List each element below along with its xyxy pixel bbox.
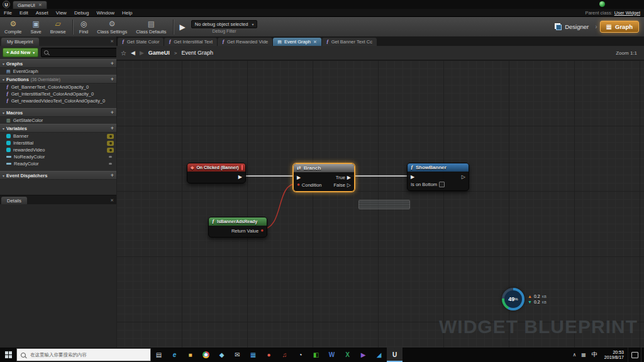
- node-header[interactable]: ◈ On Clicked (Banner): [187, 163, 245, 172]
- is-on-bottom-checkbox[interactable]: [439, 182, 445, 187]
- add-variable-icon[interactable]: +: [111, 125, 114, 131]
- favorite-star-icon[interactable]: ☆: [121, 50, 126, 57]
- section-graphs[interactable]: ▾ Graphs +: [0, 59, 116, 68]
- taskbar-app-chrome[interactable]: [198, 348, 214, 362]
- designer-mode-button[interactable]: Designer: [551, 21, 592, 32]
- visibility-eye-icon[interactable]: [107, 148, 114, 153]
- node-on-clicked-banner[interactable]: ◈ On Clicked (Banner) ▶: [187, 163, 246, 184]
- graph-mode-button[interactable]: ▦ Graph: [600, 21, 639, 33]
- action-center-button[interactable]: [628, 348, 641, 362]
- add-new-button[interactable]: + Add New ▾: [3, 48, 38, 57]
- menu-help[interactable]: Help: [118, 10, 136, 16]
- menu-edit[interactable]: Edit: [16, 10, 32, 16]
- play-button[interactable]: ▶: [175, 17, 190, 36]
- menu-window[interactable]: Window: [92, 10, 118, 16]
- section-event-dispatchers[interactable]: ▾ Event Dispatchers +: [0, 171, 116, 180]
- taskbar-app-vscode[interactable]: ◢: [371, 348, 387, 362]
- menu-file[interactable]: File: [0, 10, 16, 16]
- exec-in-pin[interactable]: ▶: [297, 175, 301, 180]
- event-graph-canvas[interactable]: WIDGET BLUEPRINT ◈ On Clicked (Banner) ▶: [116, 60, 644, 348]
- add-dispatcher-icon[interactable]: +: [111, 172, 114, 178]
- debug-object-dropdown[interactable]: No debug object selected ▾: [191, 20, 258, 28]
- tray-expand-chevron-icon[interactable]: ∧: [570, 352, 579, 358]
- node-branch[interactable]: ⇄ Branch ▶ True ▶: [293, 163, 355, 192]
- variable-item-banner[interactable]: Banner: [0, 133, 116, 140]
- taskbar-app-task-view[interactable]: ▤: [151, 348, 167, 362]
- menu-view[interactable]: View: [52, 10, 70, 16]
- add-macro-icon[interactable]: +: [111, 109, 114, 116]
- blueprint-search-box[interactable]: ◉▾: [41, 48, 118, 57]
- node-header[interactable]: ƒ ShowBanner: [408, 163, 469, 172]
- tab-get-interstitial-text[interactable]: ƒ Get Interstitial Text: [164, 38, 217, 46]
- class-defaults-button[interactable]: ▤ Class Defaults: [131, 17, 170, 36]
- exec-true-pin[interactable]: ▶: [347, 175, 351, 180]
- node-is-banner-ads-ready[interactable]: ƒ IsBannerAdsReady Return Value ●: [208, 217, 267, 238]
- taskbar-search-box[interactable]: [16, 348, 151, 361]
- node-header[interactable]: ⇄ Branch: [294, 164, 354, 172]
- taskbar-app-unreal[interactable]: U: [387, 348, 402, 362]
- taskbar-app-edge[interactable]: e: [167, 348, 182, 362]
- save-button[interactable]: ▣ Save: [26, 17, 46, 36]
- breadcrumb-root[interactable]: GameUI: [148, 50, 170, 56]
- back-arrow-icon[interactable]: ◀: [131, 50, 135, 56]
- menu-debug[interactable]: Debug: [70, 10, 93, 16]
- taskbar-app-mail[interactable]: ✉: [230, 348, 245, 362]
- visibility-eye-icon[interactable]: [107, 134, 114, 139]
- taskbar-app-music[interactable]: ♫: [277, 348, 292, 362]
- taskbar-app-10[interactable]: ◔: [292, 348, 308, 362]
- graph-item-eventgraph[interactable]: ▤ EventGraph: [0, 68, 116, 75]
- function-item[interactable]: ƒ Get_BannerText_ColorAndOpacity_0: [0, 84, 116, 90]
- variable-item-noreadycolor[interactable]: NoReadyColor: [0, 153, 116, 160]
- section-functions[interactable]: ▾ Functions (36 Overridable) +: [0, 75, 116, 84]
- delegate-pin[interactable]: [242, 165, 243, 170]
- blueprint-search-input[interactable]: [51, 49, 114, 56]
- exec-false-pin[interactable]: ▷: [347, 182, 351, 188]
- section-macros[interactable]: ▾ Macros +: [0, 108, 116, 117]
- ime-indicator[interactable]: 中: [589, 351, 601, 359]
- taskbar-app-word[interactable]: W: [324, 348, 340, 362]
- my-blueprint-panel-tab[interactable]: My Blueprint: [1, 38, 39, 46]
- exec-out-pin[interactable]: ▶: [238, 174, 242, 180]
- class-settings-button[interactable]: ⚙ Class Settings: [92, 17, 131, 36]
- breadcrumb-current[interactable]: Event Graph: [182, 50, 214, 56]
- taskbar-app-excel[interactable]: X: [340, 348, 355, 362]
- menu-asset[interactable]: Asset: [32, 10, 52, 16]
- visibility-eye-icon[interactable]: [107, 141, 114, 146]
- exec-in-pin[interactable]: ▶: [411, 174, 414, 180]
- section-variables[interactable]: ▾ Variables +: [0, 124, 116, 133]
- forward-arrow-icon[interactable]: ▶: [140, 50, 144, 56]
- start-button[interactable]: [0, 348, 16, 362]
- variable-item-rewardedvideo[interactable]: rewardedVideo: [0, 146, 116, 153]
- tab-get-banner-text[interactable]: ƒ Get Banner Text Cc: [322, 38, 377, 46]
- find-button[interactable]: ◎ Find: [75, 17, 93, 36]
- taskbar-app-5[interactable]: ◆: [214, 348, 230, 362]
- visibility-eye-icon[interactable]: [107, 155, 114, 160]
- function-item[interactable]: ƒ Get_InterstitialText_ColorAndOpacity_0: [0, 90, 116, 97]
- close-icon[interactable]: ✕: [110, 39, 116, 46]
- taskbar-app-8[interactable]: ●: [261, 348, 277, 362]
- taskbar-app-file-explorer[interactable]: ■: [182, 348, 198, 362]
- close-icon[interactable]: ✕: [313, 40, 317, 45]
- node-header[interactable]: ƒ IsBannerAdsReady: [209, 217, 267, 226]
- traffic-monitor[interactable]: 49% ▲ 0.2 KB ▼ 0.2 KB: [502, 288, 547, 310]
- taskbar-app-store[interactable]: ▦: [245, 348, 261, 362]
- taskbar-app-11[interactable]: ◧: [308, 348, 324, 362]
- window-doc-tab[interactable]: GameUI ✕: [13, 1, 47, 9]
- add-graph-icon[interactable]: +: [111, 60, 114, 67]
- add-function-icon[interactable]: +: [111, 76, 114, 82]
- network-icon[interactable]: ▦: [579, 352, 589, 358]
- taskbar-clock[interactable]: 20:53 2019/8/17: [601, 350, 628, 360]
- return-value-pin[interactable]: ●: [260, 228, 264, 233]
- tab-get-rewarded-video[interactable]: ƒ Get Rewarded Vide: [218, 38, 272, 46]
- compile-button[interactable]: ⚙ Compile: [0, 17, 26, 36]
- browse-button[interactable]: ▱ Browse: [46, 17, 70, 36]
- function-item[interactable]: ƒ Get_rewardedVideoText_ColorAndOpacity_…: [0, 97, 116, 104]
- show-desktop-button[interactable]: [641, 348, 644, 362]
- taskbar-search-input[interactable]: [29, 351, 147, 358]
- visibility-eye-icon[interactable]: [107, 162, 114, 167]
- condition-pin[interactable]: ●: [297, 182, 300, 187]
- variable-item-readycolor[interactable]: ReadyColor: [0, 160, 116, 167]
- exec-out-pin[interactable]: ▷: [462, 174, 465, 180]
- node-show-banner[interactable]: ƒ ShowBanner ▶ ▷ Is on Bottom: [407, 163, 469, 191]
- tab-get-state-color[interactable]: ƒ Get State Color: [118, 38, 164, 46]
